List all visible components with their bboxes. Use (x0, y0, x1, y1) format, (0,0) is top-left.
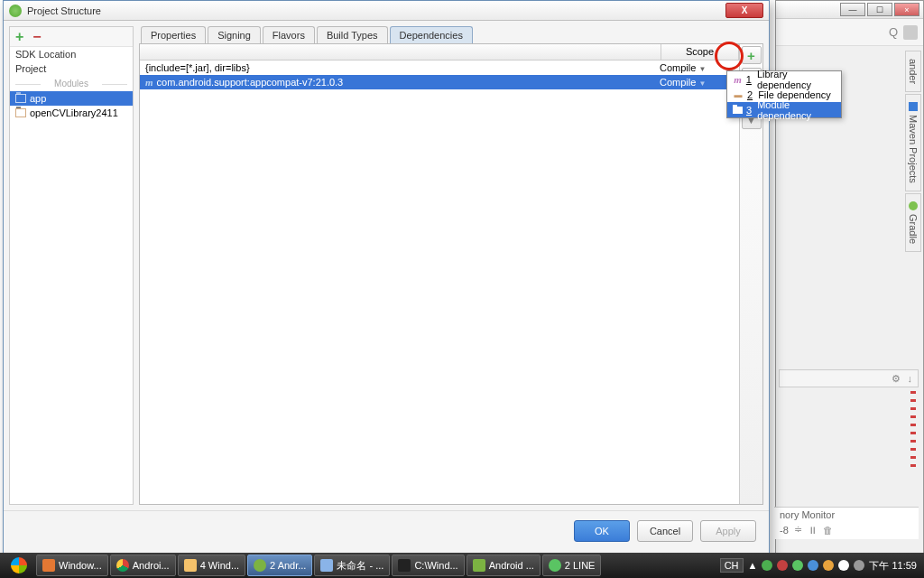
tab-properties[interactable]: Properties (141, 26, 206, 43)
sidebar-separator-modules: Modules (10, 76, 133, 91)
bg-maximize-button[interactable]: ☐ (867, 3, 892, 16)
dependency-row[interactable]: {include=[*.jar], dir=libs} Compile ▼ (140, 61, 739, 75)
dependencies-table: Scope {include=[*.jar], dir=libs} Compil… (140, 44, 739, 504)
memory-level: -8 (780, 525, 789, 536)
sidebar: + − SDK Location Project Modules app ope… (9, 26, 134, 505)
line-icon (549, 559, 561, 572)
ok-button[interactable]: OK (574, 520, 630, 542)
bg-titlebar: — ☐ × (776, 1, 923, 19)
popup-item-label: Module dependency (757, 99, 836, 121)
tab-bar: Properties Signing Flavors Build Types D… (139, 26, 763, 43)
popup-module-dependency[interactable]: 3 Module dependency (727, 102, 841, 117)
popup-item-label: Library dependency (757, 69, 836, 90)
gear-icon[interactable]: ⚙ (892, 373, 901, 385)
android-icon (473, 559, 485, 572)
folder-icon (15, 108, 26, 117)
apply-button[interactable]: Apply (700, 520, 756, 542)
avatar-icon[interactable] (903, 25, 918, 40)
dependency-name: {include=[*.jar], dir=libs} (145, 62, 250, 73)
dialog-title: Project Structure (27, 5, 725, 16)
file-stack-icon: ▬ (735, 90, 743, 99)
taskbar-item[interactable]: C:\Wind... (392, 555, 464, 576)
header-scope-col[interactable]: Scope (661, 44, 739, 60)
sidebar-module-label: app (30, 93, 46, 104)
dependency-name: com.android.support:appcompat-v7:21.0.3 (157, 77, 344, 88)
taskbar-item[interactable]: Android ... (467, 555, 541, 576)
dependency-scope: Compile (660, 62, 696, 73)
dialog-close-button[interactable]: X (725, 3, 763, 18)
taskbar-item[interactable]: 2 LINE (542, 555, 602, 576)
memory-monitor: nory Monitor -8 ≑ ⏸ 🗑 (774, 507, 919, 539)
tray-icon[interactable] (777, 560, 788, 571)
taskbar-item[interactable]: 未命名 - ... (314, 555, 390, 576)
app-icon (42, 559, 55, 572)
sidebar-module-label: openCVLibrary2411 (30, 107, 118, 118)
bg-close-button[interactable]: × (894, 3, 919, 16)
taskbar-item[interactable]: Window... (36, 555, 108, 576)
sidebar-module-opencv[interactable]: openCVLibrary2411 (10, 106, 133, 120)
sidebar-remove-icon[interactable]: − (32, 30, 41, 44)
cmd-icon (398, 559, 411, 572)
add-dependency-popup: m 1 Library dependency ▬ 2 File dependen… (726, 70, 842, 118)
cancel-button[interactable]: Cancel (637, 520, 693, 542)
chevron-down-icon[interactable]: ▼ (698, 79, 706, 88)
bg-minimize-button[interactable]: — (840, 3, 865, 16)
search-icon[interactable]: Q (889, 25, 898, 39)
chevron-down-icon[interactable]: ▼ (698, 65, 706, 73)
project-structure-dialog: Project Structure X + − SDK Location Pro… (3, 0, 770, 558)
taskbar-item[interactable]: 4 Wind... (178, 555, 245, 576)
sidebar-item-project[interactable]: Project (10, 61, 133, 76)
sidebar-toolbar: + − (10, 27, 133, 47)
tray-icon[interactable] (823, 560, 834, 571)
popup-hotkey: 2 (747, 89, 753, 100)
tab-flavors[interactable]: Flavors (263, 26, 315, 43)
tray-icon[interactable] (838, 560, 849, 571)
main-panel: Properties Signing Flavors Build Types D… (139, 26, 763, 505)
add-dependency-button[interactable]: + (742, 46, 762, 64)
tab-build-types[interactable]: Build Types (317, 26, 388, 43)
start-button[interactable] (4, 554, 34, 577)
sidebar-item-sdk-location[interactable]: SDK Location (10, 47, 133, 61)
tray-arrow-icon[interactable]: ▲ (748, 560, 758, 571)
explorer-icon (184, 559, 197, 572)
dialog-footer: OK Cancel Apply (4, 510, 769, 550)
bg-tool-buttons: ⚙ ↓ (779, 369, 919, 387)
taskbar: Window... Androi... 4 Wind... 2 Andr... … (0, 553, 924, 578)
tab-dependencies[interactable]: Dependencies (390, 26, 473, 43)
taskbar-item[interactable]: 2 Andr... (247, 555, 312, 576)
trash-icon[interactable]: 🗑 (823, 525, 833, 536)
right-tab-commander[interactable]: ander (905, 51, 921, 92)
sidebar-add-icon[interactable]: + (15, 30, 23, 44)
clock[interactable]: 下午 11:59 (869, 559, 917, 573)
right-tab-gradle[interactable]: Gradle (905, 193, 921, 252)
arrow-down-icon[interactable]: ↓ (908, 373, 913, 384)
tab-signing[interactable]: Signing (208, 26, 261, 43)
bg-right-tabs: ander Maven Projects Gradle (905, 51, 923, 254)
tray-icon[interactable] (792, 560, 803, 571)
dialog-titlebar[interactable]: Project Structure X (4, 1, 769, 21)
dependencies-area: Scope {include=[*.jar], dir=libs} Compil… (139, 43, 763, 505)
folder-icon (15, 94, 26, 103)
tray-icon[interactable] (808, 560, 818, 571)
language-indicator[interactable]: CH (720, 558, 744, 573)
dependency-scope: Compile (660, 77, 696, 88)
system-tray: CH ▲ 下午 11:59 (720, 558, 920, 573)
chrome-icon (116, 559, 129, 572)
popup-hotkey: 3 (746, 105, 752, 116)
pause-icon[interactable]: ⏸ (808, 525, 818, 536)
paint-icon (320, 559, 333, 572)
tray-icon[interactable] (762, 560, 772, 571)
tray-icon[interactable] (854, 560, 864, 571)
bg-toolbar: Q (776, 19, 923, 46)
header-name-col[interactable] (140, 44, 661, 60)
dependency-row[interactable]: m com.android.support:appcompat-v7:21.0.… (140, 75, 739, 89)
memory-suffix-icon: ≑ (794, 524, 802, 536)
memory-monitor-title: nory Monitor (780, 509, 913, 520)
sidebar-module-app[interactable]: app (10, 91, 133, 106)
maven-icon: m (145, 77, 153, 88)
dialog-app-icon (9, 5, 22, 17)
right-tab-maven[interactable]: Maven Projects (905, 94, 921, 191)
popup-library-dependency[interactable]: m 1 Library dependency (727, 71, 841, 87)
dependencies-header: Scope (140, 44, 739, 61)
taskbar-item[interactable]: Androi... (110, 555, 176, 576)
